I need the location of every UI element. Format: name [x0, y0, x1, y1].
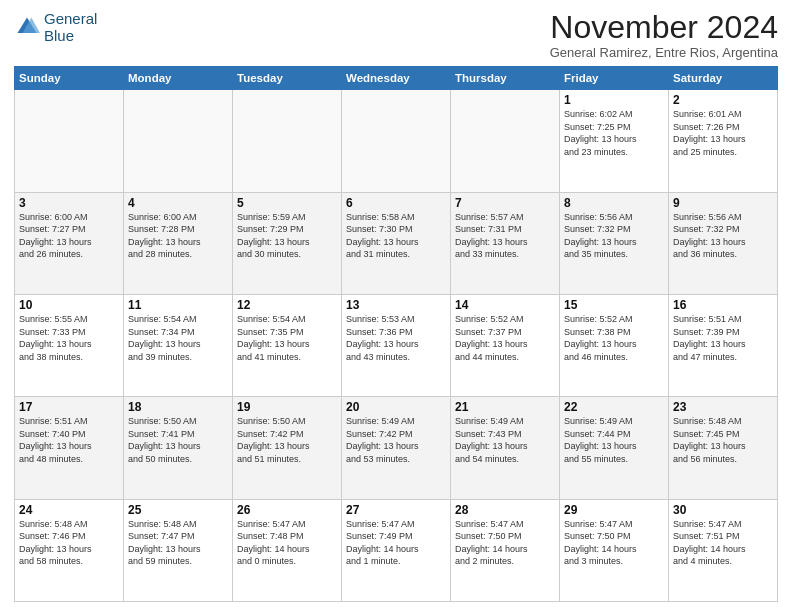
- day-info: Sunrise: 5:47 AM Sunset: 7:50 PM Dayligh…: [455, 518, 555, 568]
- day-number: 6: [346, 196, 446, 210]
- day-info: Sunrise: 5:52 AM Sunset: 7:38 PM Dayligh…: [564, 313, 664, 363]
- day-info: Sunrise: 5:48 AM Sunset: 7:45 PM Dayligh…: [673, 415, 773, 465]
- day-info: Sunrise: 5:49 AM Sunset: 7:43 PM Dayligh…: [455, 415, 555, 465]
- day-info: Sunrise: 5:56 AM Sunset: 7:32 PM Dayligh…: [673, 211, 773, 261]
- calendar-cell: 30Sunrise: 5:47 AM Sunset: 7:51 PM Dayli…: [669, 499, 778, 601]
- day-number: 4: [128, 196, 228, 210]
- calendar-cell: 15Sunrise: 5:52 AM Sunset: 7:38 PM Dayli…: [560, 294, 669, 396]
- calendar-cell: 18Sunrise: 5:50 AM Sunset: 7:41 PM Dayli…: [124, 397, 233, 499]
- calendar-week-row: 1Sunrise: 6:02 AM Sunset: 7:25 PM Daylig…: [15, 90, 778, 192]
- calendar-cell: 21Sunrise: 5:49 AM Sunset: 7:43 PM Dayli…: [451, 397, 560, 499]
- calendar-cell: 16Sunrise: 5:51 AM Sunset: 7:39 PM Dayli…: [669, 294, 778, 396]
- day-number: 21: [455, 400, 555, 414]
- logo: General Blue: [14, 10, 97, 45]
- calendar-cell: 1Sunrise: 6:02 AM Sunset: 7:25 PM Daylig…: [560, 90, 669, 192]
- calendar-cell: 6Sunrise: 5:58 AM Sunset: 7:30 PM Daylig…: [342, 192, 451, 294]
- title-block: November 2024 General Ramirez, Entre Rio…: [550, 10, 778, 60]
- day-info: Sunrise: 6:01 AM Sunset: 7:26 PM Dayligh…: [673, 108, 773, 158]
- day-info: Sunrise: 5:54 AM Sunset: 7:35 PM Dayligh…: [237, 313, 337, 363]
- logo-line1: General: [44, 10, 97, 27]
- day-info: Sunrise: 5:47 AM Sunset: 7:49 PM Dayligh…: [346, 518, 446, 568]
- calendar-cell: 10Sunrise: 5:55 AM Sunset: 7:33 PM Dayli…: [15, 294, 124, 396]
- day-number: 30: [673, 503, 773, 517]
- calendar-cell: 20Sunrise: 5:49 AM Sunset: 7:42 PM Dayli…: [342, 397, 451, 499]
- day-number: 23: [673, 400, 773, 414]
- logo-line2: Blue: [44, 27, 97, 44]
- weekday-header-tuesday: Tuesday: [233, 67, 342, 90]
- calendar-cell: 7Sunrise: 5:57 AM Sunset: 7:31 PM Daylig…: [451, 192, 560, 294]
- day-number: 8: [564, 196, 664, 210]
- logo-icon: [14, 14, 40, 40]
- calendar-cell: 25Sunrise: 5:48 AM Sunset: 7:47 PM Dayli…: [124, 499, 233, 601]
- day-info: Sunrise: 5:49 AM Sunset: 7:42 PM Dayligh…: [346, 415, 446, 465]
- day-info: Sunrise: 5:57 AM Sunset: 7:31 PM Dayligh…: [455, 211, 555, 261]
- day-info: Sunrise: 6:02 AM Sunset: 7:25 PM Dayligh…: [564, 108, 664, 158]
- day-info: Sunrise: 5:52 AM Sunset: 7:37 PM Dayligh…: [455, 313, 555, 363]
- day-number: 2: [673, 93, 773, 107]
- logo-text: General Blue: [44, 10, 97, 45]
- day-number: 19: [237, 400, 337, 414]
- day-number: 5: [237, 196, 337, 210]
- day-info: Sunrise: 6:00 AM Sunset: 7:27 PM Dayligh…: [19, 211, 119, 261]
- calendar-table: SundayMondayTuesdayWednesdayThursdayFrid…: [14, 66, 778, 602]
- calendar-cell: [15, 90, 124, 192]
- calendar-cell: [233, 90, 342, 192]
- weekday-header-saturday: Saturday: [669, 67, 778, 90]
- day-info: Sunrise: 5:51 AM Sunset: 7:39 PM Dayligh…: [673, 313, 773, 363]
- calendar-cell: 23Sunrise: 5:48 AM Sunset: 7:45 PM Dayli…: [669, 397, 778, 499]
- calendar-cell: 22Sunrise: 5:49 AM Sunset: 7:44 PM Dayli…: [560, 397, 669, 499]
- day-number: 7: [455, 196, 555, 210]
- day-info: Sunrise: 5:47 AM Sunset: 7:48 PM Dayligh…: [237, 518, 337, 568]
- day-number: 29: [564, 503, 664, 517]
- location-subtitle: General Ramirez, Entre Rios, Argentina: [550, 45, 778, 60]
- day-number: 13: [346, 298, 446, 312]
- day-info: Sunrise: 5:58 AM Sunset: 7:30 PM Dayligh…: [346, 211, 446, 261]
- calendar-cell: 27Sunrise: 5:47 AM Sunset: 7:49 PM Dayli…: [342, 499, 451, 601]
- day-info: Sunrise: 5:48 AM Sunset: 7:47 PM Dayligh…: [128, 518, 228, 568]
- day-number: 10: [19, 298, 119, 312]
- calendar-cell: 11Sunrise: 5:54 AM Sunset: 7:34 PM Dayli…: [124, 294, 233, 396]
- calendar-week-row: 17Sunrise: 5:51 AM Sunset: 7:40 PM Dayli…: [15, 397, 778, 499]
- day-info: Sunrise: 5:50 AM Sunset: 7:42 PM Dayligh…: [237, 415, 337, 465]
- day-info: Sunrise: 5:55 AM Sunset: 7:33 PM Dayligh…: [19, 313, 119, 363]
- calendar-cell: 3Sunrise: 6:00 AM Sunset: 7:27 PM Daylig…: [15, 192, 124, 294]
- day-info: Sunrise: 5:47 AM Sunset: 7:50 PM Dayligh…: [564, 518, 664, 568]
- month-title: November 2024: [550, 10, 778, 45]
- day-info: Sunrise: 5:56 AM Sunset: 7:32 PM Dayligh…: [564, 211, 664, 261]
- calendar-cell: 9Sunrise: 5:56 AM Sunset: 7:32 PM Daylig…: [669, 192, 778, 294]
- calendar-cell: [342, 90, 451, 192]
- day-info: Sunrise: 5:53 AM Sunset: 7:36 PM Dayligh…: [346, 313, 446, 363]
- day-number: 16: [673, 298, 773, 312]
- calendar-cell: [451, 90, 560, 192]
- weekday-header-sunday: Sunday: [15, 67, 124, 90]
- calendar-week-row: 10Sunrise: 5:55 AM Sunset: 7:33 PM Dayli…: [15, 294, 778, 396]
- day-number: 28: [455, 503, 555, 517]
- day-info: Sunrise: 5:47 AM Sunset: 7:51 PM Dayligh…: [673, 518, 773, 568]
- day-number: 9: [673, 196, 773, 210]
- calendar-cell: 13Sunrise: 5:53 AM Sunset: 7:36 PM Dayli…: [342, 294, 451, 396]
- day-number: 1: [564, 93, 664, 107]
- calendar-week-row: 24Sunrise: 5:48 AM Sunset: 7:46 PM Dayli…: [15, 499, 778, 601]
- day-number: 24: [19, 503, 119, 517]
- day-number: 20: [346, 400, 446, 414]
- calendar-cell: 17Sunrise: 5:51 AM Sunset: 7:40 PM Dayli…: [15, 397, 124, 499]
- calendar-cell: 28Sunrise: 5:47 AM Sunset: 7:50 PM Dayli…: [451, 499, 560, 601]
- day-number: 3: [19, 196, 119, 210]
- day-info: Sunrise: 5:54 AM Sunset: 7:34 PM Dayligh…: [128, 313, 228, 363]
- calendar-cell: 8Sunrise: 5:56 AM Sunset: 7:32 PM Daylig…: [560, 192, 669, 294]
- day-info: Sunrise: 5:49 AM Sunset: 7:44 PM Dayligh…: [564, 415, 664, 465]
- day-info: Sunrise: 5:59 AM Sunset: 7:29 PM Dayligh…: [237, 211, 337, 261]
- calendar-cell: 2Sunrise: 6:01 AM Sunset: 7:26 PM Daylig…: [669, 90, 778, 192]
- weekday-header-row: SundayMondayTuesdayWednesdayThursdayFrid…: [15, 67, 778, 90]
- day-number: 14: [455, 298, 555, 312]
- day-number: 12: [237, 298, 337, 312]
- calendar-cell: 12Sunrise: 5:54 AM Sunset: 7:35 PM Dayli…: [233, 294, 342, 396]
- day-number: 25: [128, 503, 228, 517]
- calendar-cell: [124, 90, 233, 192]
- day-info: Sunrise: 5:51 AM Sunset: 7:40 PM Dayligh…: [19, 415, 119, 465]
- calendar-week-row: 3Sunrise: 6:00 AM Sunset: 7:27 PM Daylig…: [15, 192, 778, 294]
- header: General Blue November 2024 General Ramir…: [14, 10, 778, 60]
- day-info: Sunrise: 6:00 AM Sunset: 7:28 PM Dayligh…: [128, 211, 228, 261]
- calendar-cell: 26Sunrise: 5:47 AM Sunset: 7:48 PM Dayli…: [233, 499, 342, 601]
- weekday-header-monday: Monday: [124, 67, 233, 90]
